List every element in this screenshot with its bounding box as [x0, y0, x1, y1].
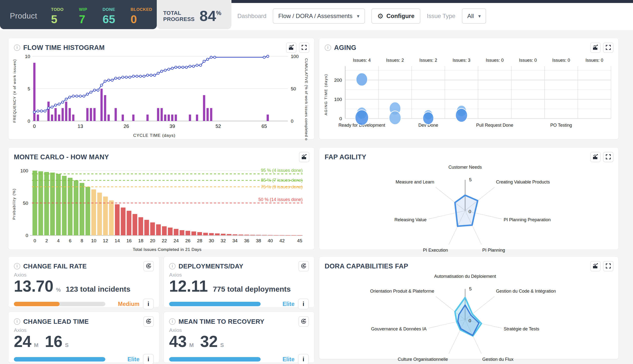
dora-capabilities-radar-chart: 50Automatisation du DéploiementGestion d… [319, 272, 618, 363]
svg-text:200: 200 [334, 78, 342, 83]
refresh-button[interactable] [143, 261, 154, 272]
metric-source: Axios [14, 327, 154, 333]
svg-text:2: 2 [45, 238, 48, 243]
chevron-down-icon: ▾ [478, 13, 481, 19]
fullscreen-icon [301, 44, 307, 51]
chart-settings-button[interactable] [590, 261, 601, 272]
svg-text:24: 24 [173, 238, 179, 243]
svg-text:18: 18 [138, 238, 143, 243]
svg-text:4: 4 [57, 238, 60, 243]
info-icon[interactable]: i [14, 318, 20, 325]
metric-rating-badge: Elite [282, 356, 295, 363]
metric-more-info-button[interactable]: i [143, 354, 154, 364]
svg-text:12: 12 [103, 238, 108, 243]
svg-text:13: 13 [78, 124, 83, 129]
metric-title: CHANGE FAIL RATE [23, 262, 87, 270]
metric-value: 43 [169, 334, 187, 350]
refresh-button[interactable] [143, 316, 154, 327]
metric-more-info-button[interactable]: i [298, 298, 309, 310]
sync-icon [300, 318, 307, 325]
dashboard-select[interactable]: Flow / DORA / Assessments ▾ [273, 8, 365, 24]
fullscreen-button[interactable] [603, 261, 613, 272]
total-progress-value: 84% [199, 9, 221, 24]
chart-settings-button[interactable] [590, 152, 601, 162]
refresh-button[interactable] [298, 316, 309, 327]
chart-settings-button[interactable] [299, 152, 309, 162]
counter-wip: WIP 7 [79, 8, 87, 25]
metric-value: 32 [200, 334, 218, 350]
metric-card-deployments-day: i DEPLOYMENTS/DAY Axios 12.11775 total d… [163, 256, 315, 308]
header-controls: Dashboard Flow / DORA / Assessments ▾ ⚙ … [237, 3, 486, 29]
fullscreen-button[interactable] [299, 42, 309, 53]
dashboard-select-value: Flow / DORA / Assessments [278, 12, 352, 20]
metric-rating-badge: Elite [127, 356, 139, 363]
svg-text:16: 16 [126, 238, 132, 243]
svg-text:95 % (4 issues done): 95 % (4 issues done) [261, 168, 303, 173]
metric-value: 12.11 [169, 278, 208, 294]
info-icon[interactable]: i [14, 44, 20, 51]
product-label: Product [10, 12, 37, 20]
svg-text:14: 14 [115, 238, 120, 243]
flow-time-histogram-chart: 051005010001326395265FREQUENCY (# of wor… [9, 54, 314, 142]
refresh-button[interactable] [298, 261, 309, 272]
metric-unit: M [34, 342, 38, 348]
svg-text:52: 52 [215, 124, 221, 129]
svg-text:Pull Request Done: Pull Request Done [476, 123, 513, 128]
svg-text:Issues: 4: Issues: 4 [353, 58, 371, 63]
svg-text:Creating Valuable Products: Creating Valuable Products [496, 180, 550, 184]
metric-more-info-button[interactable]: i [143, 298, 154, 310]
metric-note: 123 total incidents [66, 285, 131, 293]
svg-text:Orientation Produit & Platefor: Orientation Produit & Plateforme [370, 289, 434, 294]
svg-text:22: 22 [162, 238, 167, 243]
metric-card-change-lead-time: i CHANGE LEAD TIME Axios 24M16S Elite i [8, 312, 159, 363]
issue-type-select[interactable]: All ▾ [462, 8, 486, 24]
metric-unit: S [220, 342, 224, 348]
panel-title: AGING [334, 44, 356, 52]
svg-text:42: 42 [279, 238, 285, 243]
svg-text:5: 5 [469, 177, 472, 182]
dashboard-label: Dashboard [237, 12, 266, 20]
metric-card-mean-time-to-recovery: i MEAN TIME TO RECOVERY Axios 43M32S Eli… [163, 312, 315, 363]
product-summary-panel: Product TODO 5 WIP 7 DONE 65 BLOCKED 0 [0, 0, 157, 29]
metric-more-info-button[interactable]: i [298, 354, 309, 364]
fullscreen-button[interactable] [603, 42, 613, 53]
aging-chart: 0100200Issues: 4Ready for DevelopmentIss… [319, 54, 618, 142]
svg-text:0: 0 [33, 124, 36, 129]
svg-text:Stratégie de Tests: Stratégie de Tests [504, 326, 539, 332]
panel-title: MONTE CARLO - HOW MANY [14, 153, 109, 161]
info-icon[interactable]: i [169, 263, 175, 270]
info-icon[interactable]: i [14, 263, 20, 270]
svg-text:100: 100 [291, 54, 299, 59]
svg-text:Automatisation du Déploiement: Automatisation du Déploiement [434, 274, 496, 279]
dora-capabilities-panel: DORA CAPABILITIES FAP 50Automatisation d… [319, 256, 619, 359]
svg-text:Gouvernance & Données IA: Gouvernance & Données IA [371, 326, 427, 332]
svg-text:45: 45 [297, 238, 302, 243]
chart-icon [288, 44, 295, 51]
svg-text:38: 38 [256, 238, 261, 243]
svg-text:Releasing Value: Releasing Value [394, 217, 427, 222]
issue-type-label: Issue Type [427, 12, 456, 20]
metric-source: Axios [169, 272, 309, 278]
chart-icon [592, 44, 599, 51]
gear-icon: ⚙ [377, 12, 383, 20]
chart-icon [301, 154, 307, 161]
issue-type-select-value: All [467, 12, 474, 20]
metric-progress-fill [14, 357, 105, 362]
chart-settings-button[interactable] [590, 42, 601, 53]
sync-icon [145, 263, 152, 270]
svg-text:FREQUENCY (# of work issues): FREQUENCY (# of work issues) [12, 59, 17, 123]
metric-value: 16 [45, 334, 63, 350]
chart-settings-button[interactable] [286, 42, 296, 53]
svg-text:AGING TIME (days): AGING TIME (days) [324, 74, 328, 115]
metric-unit: S [65, 342, 69, 348]
svg-text:50 % (14 issues done): 50 % (14 issues done) [258, 197, 303, 202]
svg-text:Measure and Learn: Measure and Learn [396, 180, 434, 184]
fullscreen-icon [605, 154, 611, 161]
fullscreen-button[interactable] [603, 152, 613, 162]
svg-text:100: 100 [20, 168, 28, 173]
configure-button[interactable]: ⚙ Configure [371, 8, 420, 24]
info-icon[interactable]: i [169, 318, 175, 325]
svg-text:20: 20 [150, 238, 155, 243]
svg-text:26: 26 [185, 238, 190, 243]
info-icon[interactable]: i [325, 44, 331, 51]
